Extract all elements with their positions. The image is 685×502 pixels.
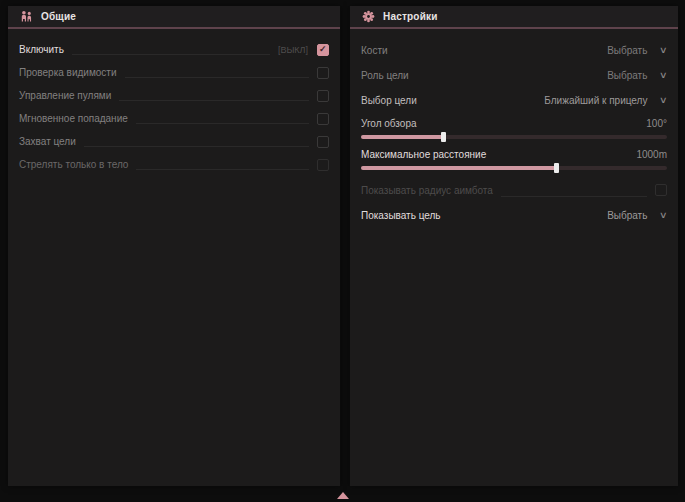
general-panel-header: Общие xyxy=(8,6,340,29)
row-leader-line xyxy=(136,123,309,124)
toggle-row-visibility-check[interactable]: Проверка видимости xyxy=(19,61,329,84)
bones-dropdown[interactable]: Выбрать ∨ xyxy=(607,45,667,56)
fov-slider-fill-and-handle[interactable] xyxy=(361,135,444,139)
checkbox[interactable] xyxy=(317,159,329,171)
max-distance-slider-group: Максимальное расстояние 1000m xyxy=(361,146,667,170)
row-leader-line xyxy=(84,146,309,147)
slider-value: 100° xyxy=(646,118,667,129)
gear-icon xyxy=(362,10,375,23)
checkbox[interactable] xyxy=(317,44,329,56)
chevron-down-icon: ∨ xyxy=(659,71,668,80)
row-leader-line xyxy=(501,196,647,197)
show-target-dropdown[interactable]: Выбрать ∨ xyxy=(607,210,667,221)
toggle-row-enable[interactable]: Включить [ВЫКЛ] xyxy=(19,38,329,61)
row-leader-line xyxy=(72,54,270,55)
chevron-down-icon: ∨ xyxy=(659,96,668,105)
slider-label: Максимальное расстояние xyxy=(361,149,486,160)
slider-value: 1000m xyxy=(636,149,667,160)
toggle-row-show-aimbot-radius[interactable]: Показывать радиус аимбота xyxy=(361,177,667,203)
dropdown-row-target-role: Роль цели Выбрать ∨ xyxy=(361,63,667,88)
row-leader-line xyxy=(119,100,309,101)
fov-slider[interactable] xyxy=(361,135,667,139)
settings-panel-header: Настройки xyxy=(350,6,678,29)
chevron-down-icon: ∨ xyxy=(659,46,668,55)
toggle-row-bullet-control[interactable]: Управление пулями xyxy=(19,84,329,107)
toggle-label: Управление пулями xyxy=(19,90,111,101)
toggle-row-target-lock[interactable]: Захват цели xyxy=(19,130,329,153)
dropdown-label: Выбор цели xyxy=(361,95,417,106)
slider-label: Угол обзора xyxy=(361,118,417,129)
row-leader-line xyxy=(136,169,309,170)
toggle-row-instant-hit[interactable]: Мгновенное попадание xyxy=(19,107,329,130)
settings-panel-title: Настройки xyxy=(383,11,438,22)
dropdown-row-show-target: Показывать цель Выбрать ∨ xyxy=(361,203,667,228)
dropdown-row-target-selection: Выбор цели Ближайший к прицелу ∨ xyxy=(361,88,667,113)
chevron-down-icon: ∨ xyxy=(659,211,668,220)
settings-panel: Настройки Кости Выбрать ∨ Роль цели Выбр… xyxy=(350,6,678,486)
hotkey-label: [ВЫКЛ] xyxy=(278,45,308,55)
row-leader-line xyxy=(125,77,310,78)
dropdown-row-bones: Кости Выбрать ∨ xyxy=(361,38,667,63)
checkbox[interactable] xyxy=(317,136,329,148)
toggle-label: Захват цели xyxy=(19,136,76,147)
dropdown-label: Роль цели xyxy=(361,70,409,81)
general-panel-title: Общие xyxy=(41,11,76,22)
toggle-label: Стрелять только в тело xyxy=(19,159,128,170)
target-selection-dropdown[interactable]: Ближайший к прицелу ∨ xyxy=(544,95,667,106)
dropdown-value: Выбрать xyxy=(607,45,647,56)
toggle-label: Включить xyxy=(19,44,64,55)
scroll-up-indicator[interactable] xyxy=(337,492,349,499)
dropdown-value: Выбрать xyxy=(607,70,647,81)
toggle-row-body-only[interactable]: Стрелять только в тело xyxy=(19,153,329,176)
target-role-dropdown[interactable]: Выбрать ∨ xyxy=(607,70,667,81)
max-distance-slider-fill-and-handle[interactable] xyxy=(361,166,557,170)
checkbox[interactable] xyxy=(317,90,329,102)
dropdown-value: Ближайший к прицелу xyxy=(544,95,647,106)
users-icon xyxy=(20,10,33,23)
dropdown-value: Выбрать xyxy=(607,210,647,221)
checkbox[interactable] xyxy=(317,113,329,125)
max-distance-slider[interactable] xyxy=(361,166,667,170)
fov-slider-group: Угол обзора 100° xyxy=(361,115,667,139)
dropdown-label: Показывать цель xyxy=(361,210,441,221)
checkbox[interactable] xyxy=(655,184,667,196)
dropdown-label: Кости xyxy=(361,45,388,56)
general-panel: Общие Включить [ВЫКЛ] Проверка видимости… xyxy=(8,6,340,486)
toggle-label: Мгновенное попадание xyxy=(19,113,128,124)
toggle-label: Показывать радиус аимбота xyxy=(361,185,493,196)
toggle-label: Проверка видимости xyxy=(19,67,117,78)
checkbox[interactable] xyxy=(317,67,329,79)
